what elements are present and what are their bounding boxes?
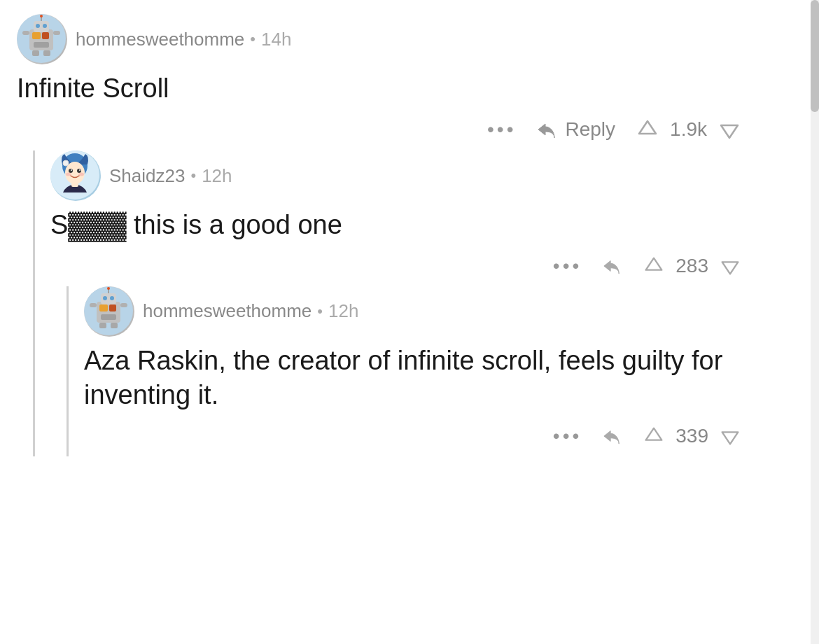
- reply-icon: [601, 427, 622, 445]
- more-options-button[interactable]: •••: [487, 118, 516, 141]
- more-options-button[interactable]: •••: [553, 255, 582, 277]
- timestamp: 12h: [328, 300, 358, 322]
- svg-point-6: [36, 24, 40, 28]
- username-line: Shaidz23 • 12h: [109, 165, 232, 187]
- upvote-button[interactable]: [635, 117, 660, 142]
- svg-point-19: [71, 169, 72, 171]
- downvote-button[interactable]: [718, 424, 742, 448]
- reply-button[interactable]: [601, 257, 622, 275]
- thread-line-area: [17, 150, 50, 456]
- avatar: [84, 286, 134, 337]
- reply-icon: [601, 257, 622, 275]
- username: Shaidz23: [109, 165, 185, 187]
- username-line: hommesweethomme • 12h: [143, 300, 358, 322]
- reply-label: Reply: [565, 118, 615, 141]
- svg-rect-35: [90, 303, 97, 307]
- svg-point-18: [77, 169, 81, 173]
- timestamp: 12h: [202, 165, 232, 187]
- comment-header: hommesweethomme • 14h: [17, 14, 798, 64]
- thread-line-area: [50, 286, 84, 456]
- vote-count: 283: [676, 255, 708, 277]
- reply-comment-2: hommesweethomme • 12h Aza Raskin, the cr…: [84, 286, 798, 456]
- svg-point-9: [40, 15, 43, 18]
- scrollbar[interactable]: [811, 0, 819, 644]
- svg-point-22: [78, 173, 84, 176]
- upvote-button[interactable]: [642, 254, 666, 278]
- username-line: hommesweethomme • 14h: [76, 29, 291, 50]
- reply-icon: [536, 120, 558, 139]
- thread-line: [33, 150, 35, 456]
- reply-button[interactable]: Reply: [536, 118, 615, 141]
- svg-rect-29: [101, 314, 116, 320]
- reply-comment-1: Shaidz23 • 12h S▓▓▓ this is a good one •…: [50, 150, 798, 456]
- avatar: [17, 14, 67, 64]
- vote-actions: 283: [642, 254, 742, 278]
- svg-point-32: [110, 296, 114, 300]
- username: hommesweethomme: [143, 300, 312, 322]
- comment-actions: ••• 339: [84, 424, 798, 448]
- comment-actions: ••• Reply 1.9k: [17, 117, 798, 142]
- svg-rect-37: [99, 323, 106, 328]
- svg-rect-10: [22, 31, 29, 35]
- svg-rect-4: [34, 42, 49, 48]
- svg-point-23: [63, 160, 69, 166]
- downvote-button[interactable]: [718, 254, 742, 278]
- downvote-button[interactable]: [717, 117, 742, 142]
- svg-rect-28: [109, 304, 116, 312]
- svg-rect-12: [32, 50, 39, 56]
- svg-rect-3: [42, 32, 49, 39]
- comment-actions: ••• 283: [50, 254, 798, 278]
- reply-button[interactable]: [601, 427, 622, 445]
- top-comment: hommesweethomme • 14h Infinite Scroll ••…: [17, 14, 798, 142]
- svg-point-31: [103, 296, 107, 300]
- svg-rect-24: [71, 183, 78, 187]
- nested-level2: hommesweethomme • 12h Aza Raskin, the cr…: [50, 286, 798, 456]
- svg-rect-2: [32, 32, 41, 39]
- nested-level1: Shaidz23 • 12h S▓▓▓ this is a good one •…: [17, 150, 798, 456]
- comment-text: Infinite Scroll: [17, 71, 798, 106]
- comment-header: hommesweethomme • 12h: [84, 286, 798, 337]
- avatar: [50, 150, 101, 201]
- svg-point-21: [66, 173, 71, 176]
- svg-rect-38: [111, 323, 118, 328]
- svg-rect-13: [43, 50, 50, 56]
- upvote-button[interactable]: [642, 424, 666, 448]
- comment-text: S▓▓▓ this is a good one: [50, 208, 798, 242]
- timestamp: 14h: [261, 29, 291, 50]
- vote-actions: 1.9k: [635, 117, 742, 142]
- vote-count: 1.9k: [670, 118, 707, 141]
- svg-point-7: [43, 24, 47, 28]
- svg-point-17: [69, 169, 73, 173]
- comment-text: Aza Raskin, the creator of infinite scro…: [84, 344, 798, 413]
- comment-header: Shaidz23 • 12h: [50, 150, 798, 201]
- vote-count: 339: [676, 425, 708, 447]
- svg-rect-27: [99, 304, 108, 312]
- username: hommesweethomme: [76, 29, 244, 50]
- svg-rect-11: [53, 31, 60, 35]
- vote-actions: 339: [642, 424, 742, 448]
- svg-rect-36: [120, 303, 127, 307]
- thread-line: [66, 286, 69, 456]
- svg-point-34: [107, 287, 110, 290]
- scrollbar-thumb[interactable]: [811, 0, 819, 112]
- svg-point-20: [79, 169, 80, 171]
- more-options-button[interactable]: •••: [553, 425, 582, 447]
